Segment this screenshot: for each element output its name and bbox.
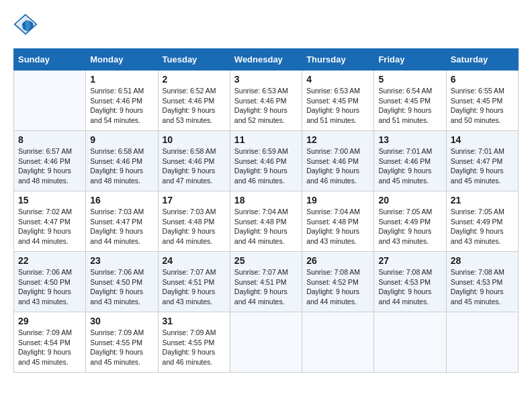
header-sunday: Sunday <box>14 49 86 71</box>
day-number: 9 <box>90 134 153 145</box>
day-number: 29 <box>18 316 81 326</box>
day-cell: 3Sunrise: 6:53 AMSunset: 4:46 PMDaylight… <box>230 71 302 131</box>
day-number: 4 <box>306 74 369 85</box>
day-cell: 15Sunrise: 7:02 AMSunset: 4:47 PMDayligh… <box>14 191 86 252</box>
day-cell: 1Sunrise: 6:51 AMSunset: 4:46 PMDaylight… <box>86 71 158 131</box>
day-number: 11 <box>234 134 298 145</box>
day-info: Sunrise: 6:54 AMSunset: 4:45 PMDaylight:… <box>378 86 441 126</box>
day-cell: 17Sunrise: 7:03 AMSunset: 4:48 PMDayligh… <box>158 191 230 252</box>
day-info: Sunrise: 6:57 AMSunset: 4:46 PMDaylight:… <box>18 146 81 186</box>
day-number: 25 <box>234 255 298 266</box>
day-info: Sunrise: 7:09 AMSunset: 4:54 PMDaylight:… <box>18 328 81 367</box>
day-info: Sunrise: 6:53 AMSunset: 4:46 PMDaylight:… <box>234 86 298 126</box>
day-number: 18 <box>234 195 298 205</box>
day-cell: 28Sunrise: 7:08 AMSunset: 4:53 PMDayligh… <box>446 252 518 312</box>
day-cell: 31Sunrise: 7:09 AMSunset: 4:55 PMDayligh… <box>158 312 230 373</box>
day-cell <box>14 71 86 131</box>
week-row-0: 1Sunrise: 6:51 AMSunset: 4:46 PMDaylight… <box>14 71 519 131</box>
day-info: Sunrise: 7:06 AMSunset: 4:50 PMDaylight:… <box>90 267 153 307</box>
day-info: Sunrise: 6:58 AMSunset: 4:46 PMDaylight:… <box>90 146 153 186</box>
day-info: Sunrise: 7:01 AMSunset: 4:47 PMDaylight:… <box>451 146 514 186</box>
day-info: Sunrise: 7:05 AMSunset: 4:49 PMDaylight:… <box>451 207 514 246</box>
day-cell: 29Sunrise: 7:09 AMSunset: 4:54 PMDayligh… <box>14 312 86 373</box>
day-number: 1 <box>90 74 153 85</box>
day-cell: 25Sunrise: 7:07 AMSunset: 4:51 PMDayligh… <box>230 252 302 312</box>
logo-icon <box>13 13 38 38</box>
day-number: 17 <box>163 195 226 205</box>
day-cell <box>374 312 446 373</box>
day-cell: 23Sunrise: 7:06 AMSunset: 4:50 PMDayligh… <box>86 252 158 312</box>
day-number: 24 <box>163 255 226 266</box>
day-cell: 16Sunrise: 7:03 AMSunset: 4:47 PMDayligh… <box>86 191 158 252</box>
day-info: Sunrise: 6:59 AMSunset: 4:46 PMDaylight:… <box>234 146 298 186</box>
day-number: 13 <box>378 134 441 145</box>
logo <box>13 13 40 38</box>
day-info: Sunrise: 7:06 AMSunset: 4:50 PMDaylight:… <box>18 267 81 307</box>
day-cell <box>446 312 518 373</box>
day-info: Sunrise: 6:51 AMSunset: 4:46 PMDaylight:… <box>90 86 153 126</box>
week-row-1: 8Sunrise: 6:57 AMSunset: 4:46 PMDaylight… <box>14 131 519 191</box>
day-number: 16 <box>90 195 153 205</box>
day-cell: 20Sunrise: 7:05 AMSunset: 4:49 PMDayligh… <box>374 191 446 252</box>
day-info: Sunrise: 7:03 AMSunset: 4:48 PMDaylight:… <box>163 207 226 246</box>
day-number: 10 <box>163 134 226 145</box>
day-number: 6 <box>451 74 514 85</box>
day-cell: 5Sunrise: 6:54 AMSunset: 4:45 PMDaylight… <box>374 71 446 131</box>
day-cell: 22Sunrise: 7:06 AMSunset: 4:50 PMDayligh… <box>14 252 86 312</box>
day-number: 19 <box>306 195 369 205</box>
day-cell: 11Sunrise: 6:59 AMSunset: 4:46 PMDayligh… <box>230 131 302 191</box>
day-cell: 13Sunrise: 7:01 AMSunset: 4:46 PMDayligh… <box>374 131 446 191</box>
day-info: Sunrise: 7:03 AMSunset: 4:47 PMDaylight:… <box>90 207 153 246</box>
day-cell: 27Sunrise: 7:08 AMSunset: 4:53 PMDayligh… <box>374 252 446 312</box>
day-info: Sunrise: 6:55 AMSunset: 4:45 PMDaylight:… <box>451 86 514 126</box>
day-info: Sunrise: 7:01 AMSunset: 4:46 PMDaylight:… <box>378 146 441 186</box>
day-number: 5 <box>378 74 441 85</box>
week-row-4: 29Sunrise: 7:09 AMSunset: 4:54 PMDayligh… <box>14 312 519 373</box>
day-cell: 19Sunrise: 7:04 AMSunset: 4:48 PMDayligh… <box>302 191 374 252</box>
day-number: 21 <box>451 195 514 205</box>
day-cell: 14Sunrise: 7:01 AMSunset: 4:47 PMDayligh… <box>446 131 518 191</box>
day-cell: 10Sunrise: 6:58 AMSunset: 4:46 PMDayligh… <box>158 131 230 191</box>
day-cell: 4Sunrise: 6:53 AMSunset: 4:45 PMDaylight… <box>302 71 374 131</box>
day-number: 23 <box>90 255 153 266</box>
week-row-2: 15Sunrise: 7:02 AMSunset: 4:47 PMDayligh… <box>14 191 519 252</box>
day-number: 8 <box>18 134 81 145</box>
day-number: 30 <box>90 316 153 326</box>
day-cell: 26Sunrise: 7:08 AMSunset: 4:52 PMDayligh… <box>302 252 374 312</box>
day-cell: 24Sunrise: 7:07 AMSunset: 4:51 PMDayligh… <box>158 252 230 312</box>
calendar-header-row: SundayMondayTuesdayWednesdayThursdayFrid… <box>14 49 519 71</box>
day-info: Sunrise: 7:04 AMSunset: 4:48 PMDaylight:… <box>306 207 369 246</box>
day-cell: 8Sunrise: 6:57 AMSunset: 4:46 PMDaylight… <box>14 131 86 191</box>
day-cell: 6Sunrise: 6:55 AMSunset: 4:45 PMDaylight… <box>446 71 518 131</box>
header-wednesday: Wednesday <box>230 49 302 71</box>
day-cell: 18Sunrise: 7:04 AMSunset: 4:48 PMDayligh… <box>230 191 302 252</box>
day-info: Sunrise: 7:08 AMSunset: 4:53 PMDaylight:… <box>451 267 514 307</box>
day-cell <box>230 312 302 373</box>
day-info: Sunrise: 7:09 AMSunset: 4:55 PMDaylight:… <box>90 328 153 367</box>
day-cell: 21Sunrise: 7:05 AMSunset: 4:49 PMDayligh… <box>446 191 518 252</box>
day-info: Sunrise: 7:09 AMSunset: 4:55 PMDaylight:… <box>163 328 226 367</box>
day-info: Sunrise: 7:07 AMSunset: 4:51 PMDaylight:… <box>163 267 226 307</box>
day-info: Sunrise: 7:08 AMSunset: 4:53 PMDaylight:… <box>378 267 441 307</box>
day-number: 12 <box>306 134 369 145</box>
header-monday: Monday <box>86 49 158 71</box>
day-number: 28 <box>451 255 514 266</box>
day-info: Sunrise: 7:04 AMSunset: 4:48 PMDaylight:… <box>234 207 298 246</box>
day-info: Sunrise: 7:07 AMSunset: 4:51 PMDaylight:… <box>234 267 298 307</box>
header-thursday: Thursday <box>302 49 374 71</box>
calendar-body: 1Sunrise: 6:51 AMSunset: 4:46 PMDaylight… <box>14 71 519 373</box>
day-cell: 2Sunrise: 6:52 AMSunset: 4:46 PMDaylight… <box>158 71 230 131</box>
day-info: Sunrise: 7:02 AMSunset: 4:47 PMDaylight:… <box>18 207 81 246</box>
day-cell: 9Sunrise: 6:58 AMSunset: 4:46 PMDaylight… <box>86 131 158 191</box>
day-number: 3 <box>234 74 298 85</box>
day-cell: 30Sunrise: 7:09 AMSunset: 4:55 PMDayligh… <box>86 312 158 373</box>
day-info: Sunrise: 6:58 AMSunset: 4:46 PMDaylight:… <box>163 146 226 186</box>
page-header <box>13 13 519 38</box>
day-number: 26 <box>306 255 369 266</box>
day-number: 14 <box>451 134 514 145</box>
header-tuesday: Tuesday <box>158 49 230 71</box>
day-info: Sunrise: 7:00 AMSunset: 4:46 PMDaylight:… <box>306 146 369 186</box>
day-info: Sunrise: 6:53 AMSunset: 4:45 PMDaylight:… <box>306 86 369 126</box>
day-number: 2 <box>163 74 226 85</box>
day-number: 20 <box>378 195 441 205</box>
